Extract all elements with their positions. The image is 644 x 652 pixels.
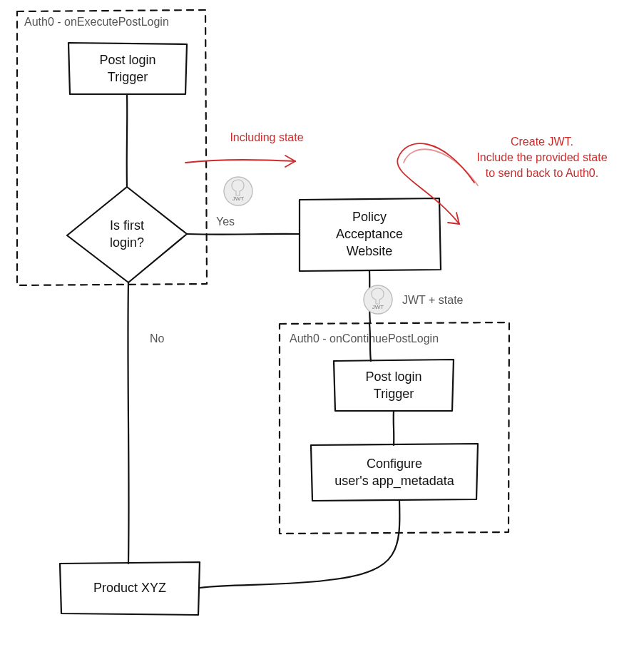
decision-line1: Is first	[110, 218, 144, 233]
node-postlogin1-line2: Trigger	[108, 70, 148, 84]
jwt-badge-2-label: JWT	[372, 304, 384, 310]
node-product-label: Product XYZ	[93, 581, 166, 595]
node-policy-l1: Policy	[352, 210, 387, 224]
node-postlogin2-l1: Post login	[365, 370, 421, 384]
decision-line2: login?	[110, 235, 144, 250]
node-policy-l3: Website	[347, 244, 393, 258]
edge-yes	[187, 234, 300, 235]
anno-including-state: Including state	[230, 131, 303, 143]
group1-title: Auth0 - onExecutePostLogin	[24, 16, 169, 28]
node-config-l2: user's app_metadata	[334, 474, 455, 489]
group2-title: Auth0 - onContinuePostLogin	[290, 332, 439, 345]
node-post-login-trigger-1: Post login Trigger	[68, 43, 187, 94]
node-configure-app-metadata: Configure user's app_metadata	[311, 444, 478, 501]
edge-yes-label: Yes	[216, 215, 235, 228]
red-note-l2: Include the provided state	[476, 151, 607, 163]
node-postlogin2-l2: Trigger	[374, 387, 414, 401]
edge-into-group2	[369, 324, 371, 361]
node-config-l1: Configure	[367, 457, 422, 471]
red-note-l3: to send back to Auth0.	[486, 167, 598, 179]
node-policy-l2: Acceptance	[336, 227, 403, 241]
red-note-l1: Create JWT.	[511, 136, 573, 148]
edge-no-label: No	[150, 332, 165, 345]
node-post-login-trigger-2: Post login Trigger	[334, 360, 454, 411]
edge-configure-to-product	[200, 501, 399, 588]
annotation-create-jwt: Create JWT. Include the provided state t…	[397, 136, 608, 224]
anno-jwt-state: JWT + state	[402, 294, 464, 306]
jwt-badge-1-label: JWT	[232, 195, 245, 202]
edge-to-decision	[127, 94, 128, 187]
node-is-first-login: Is first login?	[67, 187, 187, 282]
node-policy-acceptance-website: Policy Acceptance Website	[300, 198, 441, 271]
jwt-badge-2: JWT	[364, 285, 392, 314]
annotation-including-state: Including state	[185, 131, 304, 167]
edge-postlogin2-down	[394, 411, 394, 445]
edge-no	[128, 282, 128, 564]
node-product-xyz: Product XYZ	[60, 562, 200, 615]
node-postlogin1-line1: Post login	[99, 53, 155, 67]
jwt-badge-1: JWT	[224, 177, 252, 205]
